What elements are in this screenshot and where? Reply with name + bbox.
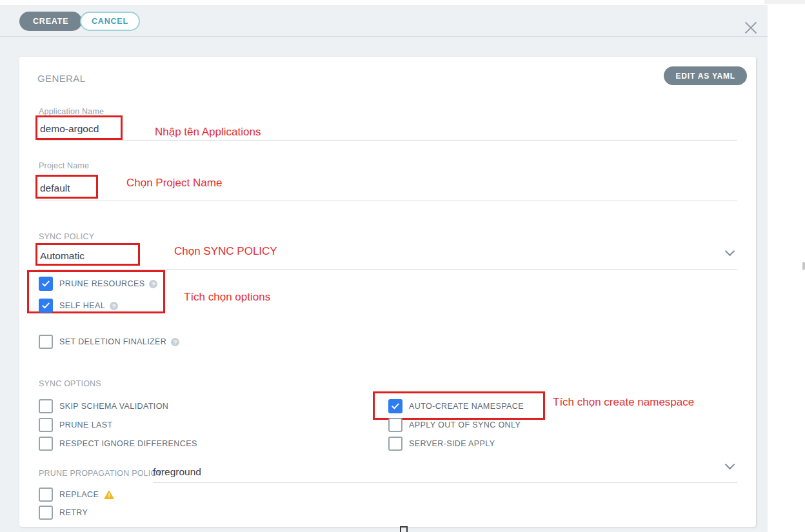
prune-last-label: PRUNE LAST [59, 420, 113, 429]
close-icon[interactable] [745, 21, 757, 32]
retry-label: RETRY [59, 508, 88, 517]
chevron-down-icon[interactable] [725, 246, 735, 257]
auto-create-namespace-row: AUTO-CREATE NAMESPACE [388, 399, 524, 413]
application-name-input[interactable]: demo-argocd [40, 123, 99, 135]
edit-as-yaml-button[interactable]: EDIT AS YAML [664, 66, 747, 85]
options-annotation: Tích chọn options [184, 291, 270, 304]
check-icon [42, 279, 50, 286]
warning-icon [104, 490, 114, 499]
set-deletion-finalizer-label: SET DELETION FINALIZER [59, 337, 166, 346]
chevron-down-icon[interactable] [725, 460, 735, 470]
project-name-label: Project Name [39, 161, 89, 170]
prune-propagation-underline [153, 482, 737, 483]
application-name-annotation: Nhập tên Applications [155, 126, 261, 139]
self-heal-checkbox[interactable] [39, 299, 53, 313]
check-icon [42, 300, 50, 308]
server-side-apply-row: SERVER-SIDE APPLY [388, 437, 495, 451]
apply-out-of-sync-only-row: APPLY OUT OF SYNC ONLY [388, 418, 521, 432]
auto-create-namespace-checkbox[interactable] [388, 399, 402, 413]
sync-policy-select[interactable]: Automatic [40, 250, 84, 262]
set-deletion-finalizer-checkbox[interactable] [39, 335, 53, 349]
server-side-apply-label: SERVER-SIDE APPLY [409, 439, 495, 448]
cancel-button[interactable]: CANCEL [80, 12, 140, 31]
apply-out-of-sync-only-checkbox[interactable] [388, 418, 402, 432]
respect-ignore-differences-label: RESPECT IGNORE DIFFERENCES [59, 439, 197, 448]
sync-policy-annotation: Chọn SYNC POLICY [174, 245, 277, 258]
application-name-underline [37, 140, 737, 141]
project-name-annotation: Chọn Project Name [126, 177, 222, 190]
set-deletion-finalizer-row: SET DELETION FINALIZER ? [39, 335, 179, 349]
general-card: GENERAL EDIT AS YAML Application Name de… [19, 57, 756, 527]
replace-checkbox[interactable] [39, 488, 53, 502]
prune-propagation-policy-label: PRUNE PROPAGATION POLICY: [39, 469, 164, 478]
scrollbar-thumb[interactable] [802, 262, 805, 270]
prune-last-row: PRUNE LAST [39, 418, 113, 432]
replace-row: REPLACE [39, 488, 114, 502]
sync-policy-underline [37, 269, 737, 270]
respect-ignore-differences-row: RESPECT IGNORE DIFFERENCES [39, 437, 197, 451]
create-button[interactable]: CREATE [19, 12, 82, 31]
namespace-annotation: Tích chọn create namespace [553, 396, 694, 409]
project-name-input[interactable]: default [40, 182, 70, 194]
create-application-panel: CREATE CANCEL GENERAL EDIT AS YAML Appli… [0, 5, 768, 532]
respect-ignore-differences-checkbox[interactable] [39, 437, 53, 451]
server-side-apply-checkbox[interactable] [388, 437, 402, 451]
prune-last-checkbox[interactable] [39, 418, 53, 432]
prune-resources-row: PRUNE RESOURCES ? [39, 277, 157, 291]
help-icon[interactable]: ? [149, 280, 157, 288]
skip-schema-validation-checkbox[interactable] [39, 399, 53, 413]
application-name-label: Application Name [39, 107, 104, 116]
replace-label: REPLACE [59, 490, 99, 499]
auto-create-namespace-label: AUTO-CREATE NAMESPACE [409, 402, 524, 411]
skip-schema-validation-row: SKIP SCHEMA VALIDATION [39, 399, 168, 413]
check-icon [392, 401, 399, 409]
panel-toolbar: CREATE CANCEL [0, 5, 768, 37]
sync-policy-label: SYNC POLICY [39, 232, 94, 241]
prune-resources-label: PRUNE RESOURCES [59, 279, 144, 288]
retry-row: RETRY [39, 506, 88, 520]
retry-checkbox[interactable] [39, 506, 53, 520]
section-title: GENERAL [37, 73, 86, 84]
prune-resources-checkbox[interactable] [39, 277, 53, 291]
help-icon[interactable]: ? [171, 338, 179, 346]
self-heal-row: SELF HEAL ? [39, 299, 118, 313]
cursor-artifact [400, 526, 408, 532]
help-icon[interactable]: ? [110, 302, 118, 310]
self-heal-label: SELF HEAL [59, 301, 105, 310]
sync-options-title: SYNC OPTIONS [39, 379, 101, 388]
top-edge-strip [764, 0, 805, 4]
skip-schema-validation-label: SKIP SCHEMA VALIDATION [59, 402, 168, 411]
project-name-underline [37, 201, 737, 201]
prune-propagation-policy-select[interactable]: foreground [153, 466, 201, 478]
apply-out-of-sync-only-label: APPLY OUT OF SYNC ONLY [409, 420, 521, 429]
